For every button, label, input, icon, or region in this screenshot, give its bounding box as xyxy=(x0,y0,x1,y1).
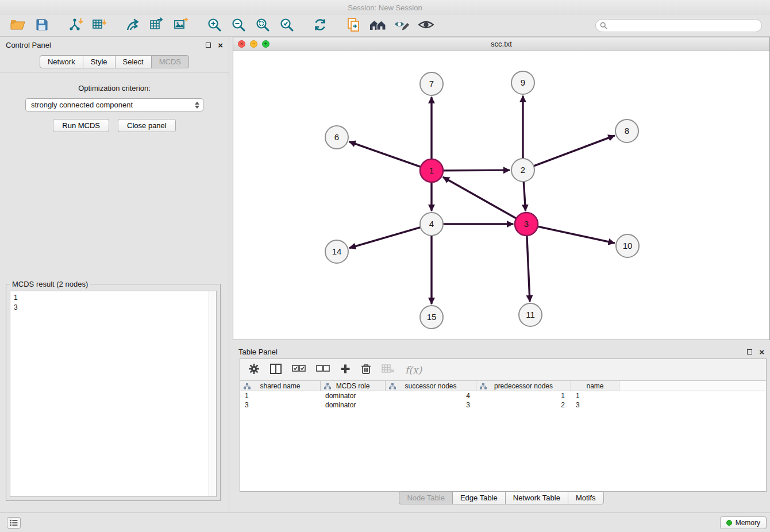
graph-node-9[interactable]: 9 xyxy=(511,71,534,94)
deselect-all-button[interactable] xyxy=(316,364,330,375)
network-graph[interactable]: 7968124314101511 xyxy=(233,51,769,340)
cell-successor-nodes[interactable]: 4 xyxy=(386,391,476,400)
graph-edge-2-3[interactable] xyxy=(523,182,525,210)
graph-node-7[interactable]: 7 xyxy=(420,72,443,95)
cell-mcds-role[interactable]: dominator xyxy=(321,391,386,400)
float-table-panel-icon[interactable] xyxy=(747,349,752,354)
export-network-arrows-icon xyxy=(125,17,141,34)
table-row[interactable]: 1dominator411 xyxy=(240,391,766,400)
table-panel: Table Panel × xyxy=(233,344,770,512)
graph-edge-1-6[interactable] xyxy=(350,142,421,167)
close-table-panel-icon[interactable]: × xyxy=(759,348,764,356)
svg-text:11: 11 xyxy=(526,310,535,319)
zoom-selected-icon xyxy=(279,17,294,34)
graph-node-11[interactable]: 11 xyxy=(519,303,542,326)
table-row[interactable]: 3dominator323 xyxy=(240,400,766,410)
zoom-window-button[interactable]: + xyxy=(262,40,270,48)
memory-button[interactable]: Memory xyxy=(720,516,767,529)
cell-predecessor-nodes[interactable]: 1 xyxy=(476,391,571,400)
graph-edge-4-14[interactable] xyxy=(350,228,420,248)
tab-mcds[interactable]: MCDS xyxy=(151,55,189,68)
zoom-selected-button[interactable] xyxy=(277,17,297,35)
graph-node-3[interactable]: 3 xyxy=(515,213,538,236)
result-scrollbar[interactable] xyxy=(209,291,216,496)
control-panel-header: Control Panel × xyxy=(0,37,229,53)
refresh-button[interactable] xyxy=(310,17,330,35)
export-image-icon xyxy=(174,17,189,34)
status-bar: Memory xyxy=(0,512,770,532)
cell-successor-nodes[interactable]: 3 xyxy=(386,400,476,410)
cell-predecessor-nodes[interactable]: 2 xyxy=(476,400,571,410)
save-session-button[interactable] xyxy=(32,17,52,35)
network-window-titlebar[interactable]: × − + scc.txt xyxy=(233,37,769,51)
function-builder-button[interactable]: f(x) xyxy=(405,364,422,376)
tab-node-table[interactable]: Node Table xyxy=(399,491,453,504)
graph-edge-2-8[interactable] xyxy=(534,136,614,165)
column-header-name[interactable]: name xyxy=(571,381,619,391)
tab-style[interactable]: Style xyxy=(83,55,116,68)
optimization-dropdown[interactable]: strongly connected component xyxy=(25,98,203,111)
show-annotations-button[interactable] xyxy=(392,17,411,35)
run-mcds-button[interactable]: Run MCDS xyxy=(53,119,109,132)
zoom-fit-button[interactable] xyxy=(253,17,272,35)
network-canvas[interactable]: 7968124314101511 xyxy=(233,51,769,340)
graph-edge-3-10[interactable] xyxy=(538,226,614,243)
graph-node-2[interactable]: 2 xyxy=(511,159,534,182)
column-header-successor-nodes[interactable]: successor nodes xyxy=(386,381,476,391)
close-window-button[interactable]: × xyxy=(238,40,245,48)
cell-name[interactable]: 1 xyxy=(571,391,619,400)
cell-name[interactable]: 3 xyxy=(571,400,619,410)
cell-shared-name[interactable]: 1 xyxy=(240,391,321,400)
graph-edge-3-1[interactable] xyxy=(444,178,516,218)
graph-node-14[interactable]: 14 xyxy=(325,240,348,263)
graph-node-10[interactable]: 10 xyxy=(616,234,639,257)
column-header-predecessor-nodes[interactable]: predecessor nodes xyxy=(476,381,571,391)
graph-edge-3-11[interactable] xyxy=(527,236,530,301)
list-icon xyxy=(10,519,18,526)
zoom-out-button[interactable] xyxy=(229,17,248,35)
mcds-result-list[interactable]: 1 3 xyxy=(10,291,217,497)
tab-network[interactable]: Network xyxy=(40,55,83,68)
home-button[interactable] xyxy=(368,17,387,35)
graph-node-1[interactable]: 1 xyxy=(420,159,443,182)
delete-column-button[interactable] xyxy=(361,363,371,377)
export-image-button[interactable] xyxy=(171,17,191,35)
table-settings-button[interactable] xyxy=(248,363,260,377)
float-panel-icon[interactable] xyxy=(206,43,211,48)
show-columns-button[interactable] xyxy=(270,364,282,376)
window-titlebar[interactable]: Session: New Session xyxy=(0,0,770,15)
close-panel-button[interactable]: Close panel xyxy=(118,119,176,132)
import-table-button[interactable] xyxy=(90,17,109,35)
select-all-button[interactable] xyxy=(292,364,306,375)
table-toolbar: f(x) xyxy=(240,359,766,380)
graph-node-6[interactable]: 6 xyxy=(325,126,348,149)
zoom-in-button[interactable] xyxy=(205,17,224,35)
cell-shared-name[interactable]: 3 xyxy=(240,400,321,410)
result-line: 1 xyxy=(14,293,213,303)
tab-select[interactable]: Select xyxy=(115,55,152,68)
show-graphics-button[interactable] xyxy=(416,17,436,35)
table-header-row: shared name MCDS role successor nodes pr… xyxy=(240,380,766,391)
column-header-mcds-role[interactable]: MCDS role xyxy=(321,381,386,391)
show-log-button[interactable] xyxy=(7,517,21,529)
graph-edge-1-2[interactable] xyxy=(444,170,509,171)
close-panel-icon[interactable]: × xyxy=(218,41,223,49)
tab-network-table[interactable]: Network Table xyxy=(505,491,568,504)
graph-node-4[interactable]: 4 xyxy=(420,213,443,236)
export-table-button[interactable] xyxy=(147,17,167,35)
add-column-button[interactable] xyxy=(340,364,351,376)
open-session-button[interactable] xyxy=(8,17,28,35)
window-controls: × − + xyxy=(238,40,270,48)
graph-node-8[interactable]: 8 xyxy=(615,119,638,142)
cell-mcds-role[interactable]: dominator xyxy=(321,400,386,410)
import-network-button[interactable] xyxy=(66,17,85,35)
minimize-window-button[interactable]: − xyxy=(250,40,257,48)
tab-edge-table[interactable]: Edge Table xyxy=(452,491,506,504)
tab-motifs[interactable]: Motifs xyxy=(568,491,604,504)
column-header-shared-name[interactable]: shared name xyxy=(240,381,321,391)
export-network-button[interactable] xyxy=(123,17,143,35)
checked-boxes-icon xyxy=(292,364,306,373)
search-input[interactable] xyxy=(595,19,762,32)
clone-network-button[interactable] xyxy=(344,17,363,35)
graph-node-15[interactable]: 15 xyxy=(420,306,443,329)
